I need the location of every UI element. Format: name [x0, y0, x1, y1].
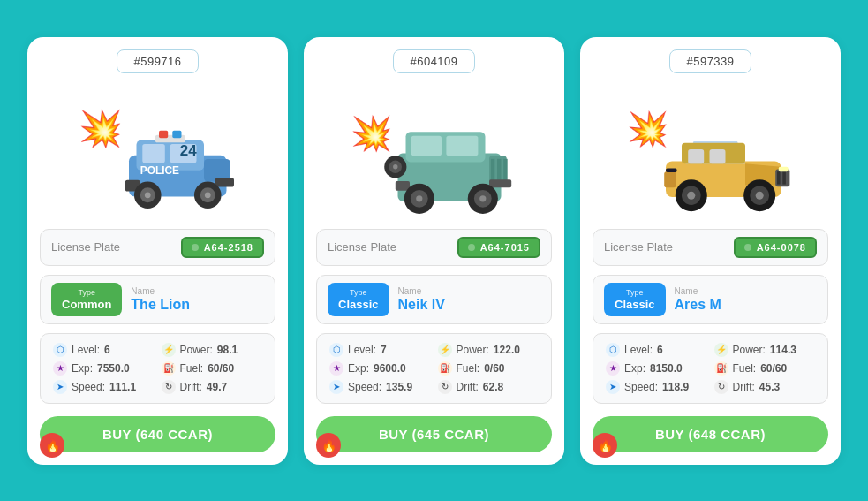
buy-button[interactable]: BUY (640 CCAR) [40, 416, 275, 452]
svg-rect-48 [782, 171, 786, 184]
stat-power: ⚡ Power: 114.3 [714, 343, 816, 357]
drift-label: Drift: [733, 381, 755, 393]
buy-button[interactable]: BUY (648 CCAR) [593, 416, 828, 452]
stat-exp: ★ Exp: 9600.0 [329, 361, 431, 376]
fuel-label: Fuel: [733, 362, 757, 375]
fire-badge: 🔥 [40, 433, 64, 458]
exp-icon: ★ [53, 361, 67, 376]
stat-power: ⚡ Power: 98.1 [162, 343, 263, 357]
stat-exp: ★ Exp: 8150.0 [606, 361, 707, 376]
stat-power: ⚡ Power: 122.0 [438, 343, 540, 357]
power-value: 98.1 [217, 344, 238, 356]
car-name: Neik IV [398, 297, 445, 313]
svg-text:💥: 💥 [79, 107, 123, 149]
exp-value: 9600.0 [374, 362, 406, 375]
buy-button[interactable]: BUY (645 CCAR) [316, 416, 552, 452]
svg-rect-26 [497, 158, 502, 179]
drift-icon: ↻ [714, 380, 728, 394]
stats-section: ⬡ Level: 6 ⚡ Power: 98.1 ★ Exp: 7550.0 ⛽… [40, 333, 275, 404]
name-section: Name The Lion [131, 286, 190, 313]
speed-label: Speed: [72, 381, 105, 393]
type-name-section: Type Classic Name Neik IV [316, 275, 552, 324]
level-icon: ⬡ [53, 343, 67, 357]
svg-rect-27 [503, 158, 508, 179]
svg-text:💥: 💥 [627, 109, 669, 149]
svg-point-54 [687, 191, 695, 199]
speed-value: 111.1 [109, 381, 136, 393]
license-label: License Plate [604, 240, 673, 254]
license-label: License Plate [328, 240, 396, 254]
exp-icon: ★ [329, 361, 343, 376]
card-id-badge: #597339 [669, 49, 751, 73]
drift-label: Drift: [457, 381, 479, 393]
stat-level: ⬡ Level: 7 [329, 343, 431, 357]
svg-rect-22 [411, 135, 441, 156]
speed-icon: ➤ [606, 380, 620, 394]
type-value: Classic [338, 298, 379, 311]
power-label: Power: [180, 344, 213, 356]
svg-rect-25 [490, 158, 494, 179]
svg-rect-44 [709, 149, 725, 163]
car-svg: 💥 [614, 87, 808, 220]
exp-value: 7550.0 [97, 362, 130, 375]
license-plate-text: A64-0078 [757, 242, 806, 253]
svg-point-38 [479, 195, 486, 201]
level-label: Level: [624, 344, 653, 356]
fuel-icon: ⛽ [162, 361, 176, 376]
speed-icon: ➤ [329, 380, 343, 394]
power-icon: ⚡ [714, 343, 728, 357]
car-name: Ares M [675, 297, 721, 313]
speed-value: 118.9 [662, 381, 689, 393]
speed-icon: ➤ [53, 380, 67, 394]
name-label: Name [675, 286, 721, 296]
exp-icon: ★ [606, 361, 620, 376]
speed-value: 135.9 [386, 381, 412, 393]
license-plate-text: A64-7015 [480, 242, 530, 253]
power-icon: ⚡ [162, 343, 176, 357]
fuel-value: 60/60 [208, 362, 234, 375]
card-1: #604109 💥 [304, 37, 564, 465]
svg-point-35 [416, 195, 422, 201]
license-plate-text: A64-2518 [204, 242, 253, 253]
exp-label: Exp: [72, 362, 93, 375]
fuel-value: 60/60 [760, 362, 787, 375]
svg-rect-51 [666, 168, 677, 172]
svg-rect-47 [777, 171, 781, 184]
svg-point-32 [393, 164, 397, 169]
type-name-section: Type Classic Name Ares M [593, 275, 828, 324]
level-label: Level: [348, 344, 376, 356]
stat-fuel: ⛽ Fuel: 60/60 [714, 361, 816, 376]
license-plate: A64-0078 [734, 237, 817, 258]
level-icon: ⬡ [329, 343, 343, 357]
card-id-badge: #604109 [393, 49, 474, 73]
level-label: Level: [72, 344, 100, 356]
speed-label: Speed: [624, 381, 658, 393]
stat-speed: ➤ Speed: 118.9 [606, 380, 707, 394]
drift-value: 49.7 [207, 381, 227, 393]
car-svg: 💥 POLICE [61, 87, 255, 220]
stat-level: ⬡ Level: 6 [606, 343, 707, 357]
svg-rect-29 [489, 179, 511, 187]
exp-value: 8150.0 [650, 362, 683, 375]
level-value: 6 [104, 344, 110, 356]
name-label: Name [398, 286, 445, 296]
power-value: 122.0 [494, 344, 520, 356]
stat-speed: ➤ Speed: 111.1 [53, 380, 155, 394]
name-section: Name Neik IV [398, 286, 445, 313]
car-image-area: 💥 [304, 79, 564, 229]
svg-text:POLICE: POLICE [140, 164, 178, 177]
stat-drift: ↻ Drift: 45.3 [714, 380, 816, 394]
cards-container: #599716 💥 [27, 37, 841, 465]
type-value: Classic [615, 298, 655, 311]
stat-speed: ➤ Speed: 135.9 [329, 380, 431, 394]
car-image-area: 💥 POLICE [27, 79, 288, 229]
type-badge: Type Common [51, 283, 122, 316]
exp-label: Exp: [348, 362, 369, 375]
power-value: 114.3 [770, 344, 796, 356]
fuel-icon: ⛽ [714, 361, 728, 376]
drift-value: 45.3 [759, 381, 780, 393]
stat-fuel: ⛽ Fuel: 0/60 [438, 361, 540, 376]
svg-rect-23 [446, 135, 478, 156]
svg-point-16 [204, 192, 210, 198]
svg-rect-3 [142, 144, 165, 163]
